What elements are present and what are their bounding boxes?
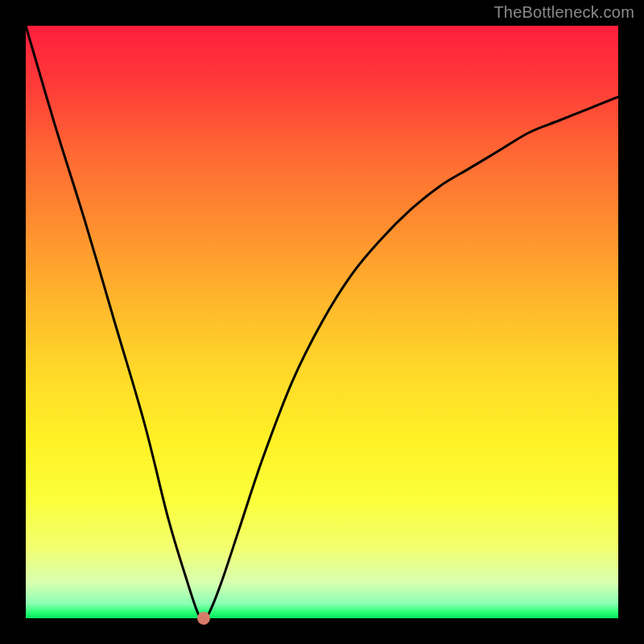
bottleneck-curve bbox=[26, 26, 618, 618]
chart-area bbox=[26, 26, 618, 618]
optimal-point-marker bbox=[197, 612, 210, 625]
bottleneck-curve-path bbox=[26, 26, 618, 618]
plot-border-bottom bbox=[0, 618, 644, 644]
plot-border-left bbox=[0, 0, 26, 644]
watermark-text: TheBottleneck.com bbox=[493, 3, 634, 22]
plot-border-right bbox=[618, 0, 644, 644]
